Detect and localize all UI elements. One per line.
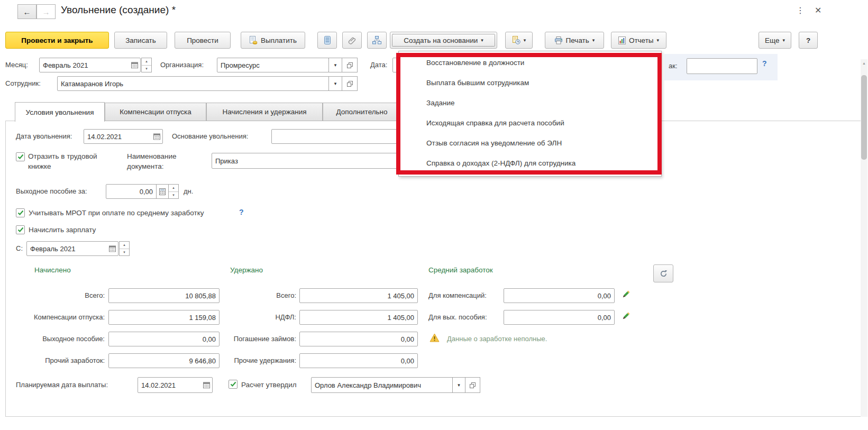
arrow-left-icon: ←: [23, 7, 31, 16]
edit-pencil-icon[interactable]: [621, 290, 631, 301]
step-down-icon[interactable]: ▾: [169, 192, 178, 199]
vertical-scrollbar[interactable]: ▲: [861, 59, 867, 417]
vacation-compensation-input[interactable]: 1 159,08: [108, 310, 220, 325]
employee-input[interactable]: Катамаранов Игорь: [57, 76, 329, 91]
from-month-stepper[interactable]: ▴ ▾: [119, 241, 130, 256]
reports-button[interactable]: Отчеты ▾: [611, 32, 666, 49]
accrue-salary-checkbox[interactable]: [16, 225, 25, 234]
menu-item-reinstatement[interactable]: Восстановление в должности: [399, 52, 661, 72]
menu-item-2ndfl-certificate[interactable]: Справка о доходах (2-НДФЛ) для сотрудник…: [399, 153, 661, 173]
print-button[interactable]: Печать ▾: [545, 32, 604, 49]
pay-button[interactable]: Выплатить: [241, 32, 305, 49]
calendar-icon[interactable]: [109, 245, 116, 252]
severance-stepper[interactable]: ▴ ▾: [168, 184, 179, 199]
tab-label: Начисления и удержания: [222, 108, 306, 116]
tab-vacation-compensation[interactable]: Компенсации отпуска: [105, 103, 206, 121]
open-in-form-icon: [470, 382, 476, 388]
from-month-value: Февраль 2021: [30, 245, 75, 253]
mrot-checkbox[interactable]: [16, 208, 25, 217]
step-down-icon[interactable]: ▾: [142, 66, 151, 72]
menu-item-outgoing-certificate[interactable]: Исходящая справка для расчета пособий: [399, 113, 661, 133]
value: 0,00: [401, 357, 414, 365]
calculation-approved-label[interactable]: Расчет утвердил: [241, 381, 297, 389]
menu-item-payment-former-employees[interactable]: Выплата бывшим сотрудникам: [399, 72, 661, 93]
employee-dropdown-button[interactable]: ▾: [328, 76, 342, 91]
scrollbar-thumb[interactable]: [861, 75, 867, 160]
step-up-icon[interactable]: ▴: [142, 58, 151, 66]
edit-pencil-icon[interactable]: [621, 312, 631, 323]
calculation-approved-checkbox[interactable]: [229, 380, 237, 389]
organization-dropdown-button[interactable]: ▾: [328, 58, 342, 72]
step-down-icon[interactable]: ▾: [120, 249, 129, 256]
average-for-severance-input[interactable]: 0,00: [504, 310, 615, 325]
tab-dismissal-conditions[interactable]: Условия увольнения: [15, 102, 105, 122]
corner-field-input[interactable]: [687, 58, 757, 74]
help-label: ?: [806, 36, 810, 44]
step-up-icon[interactable]: ▴: [120, 242, 129, 249]
mrot-help-link[interactable]: ?: [239, 208, 244, 216]
accrued-total-input[interactable]: 10 805,88: [108, 288, 220, 303]
attachments-button[interactable]: [342, 32, 362, 49]
structure-button[interactable]: [367, 32, 387, 49]
severance-pay-input[interactable]: 0,00: [108, 332, 220, 346]
planned-payment-date-input[interactable]: 14.02.2021: [138, 377, 213, 393]
nav-forward-button[interactable]: →: [36, 4, 56, 19]
employee-label: Сотрудник:: [5, 79, 41, 88]
loan-repayment-input[interactable]: 0,00: [299, 332, 418, 346]
calendar-icon[interactable]: [131, 62, 138, 69]
withheld-section-title: Удержано: [230, 266, 263, 274]
approved-by-open-button[interactable]: [465, 377, 480, 393]
employee-open-button[interactable]: [342, 76, 358, 91]
window-menu-dots-icon[interactable]: ⋮: [796, 5, 805, 15]
dismissal-date-input[interactable]: 14.02.2021: [84, 129, 163, 144]
severance-calculator-button[interactable]: [156, 184, 169, 199]
approved-by-input[interactable]: Орлов Александр Владимирович: [311, 377, 453, 393]
from-month-input[interactable]: Февраль 2021: [26, 241, 118, 256]
tab-accruals-deductions[interactable]: Начисления и удержания: [206, 103, 323, 121]
organization-open-button[interactable]: [342, 58, 358, 72]
window-close-icon[interactable]: ✕: [815, 5, 821, 15]
organization-label: Организация:: [160, 61, 204, 69]
menu-item-eln-consent-withdrawal[interactable]: Отзыв согласия на уведомление об ЭЛН: [399, 133, 661, 153]
post-button[interactable]: Провести: [175, 32, 231, 49]
workbook-checkbox-label[interactable]: Отразить в трудовой книжке: [28, 151, 115, 171]
create-based-on-button[interactable]: Создать на основании ▾: [390, 32, 497, 49]
calendar-icon[interactable]: [153, 133, 160, 140]
month-stepper[interactable]: ▴ ▾: [141, 58, 152, 72]
ndfl-input[interactable]: 1 405,00: [299, 310, 418, 325]
workbook-checkbox[interactable]: [16, 152, 25, 161]
accrue-salary-checkbox-label[interactable]: Начислить зарплату: [29, 226, 96, 234]
journal-button[interactable]: [317, 32, 337, 49]
scroll-up-icon[interactable]: ▲: [861, 59, 867, 67]
dismissal-date-value: 14.02.2021: [87, 133, 122, 141]
severance-input[interactable]: 0,00: [106, 184, 157, 199]
doc-name-value: Приказ: [215, 157, 238, 165]
corner-help-link[interactable]: ?: [762, 59, 767, 68]
other-earnings-input[interactable]: 9 646,80: [108, 353, 220, 368]
post-and-close-button[interactable]: Провести и закрыть: [5, 32, 109, 49]
nav-back-button[interactable]: ←: [17, 4, 36, 19]
calendar-icon[interactable]: [203, 382, 210, 389]
approved-by-dropdown-button[interactable]: ▾: [452, 377, 465, 393]
help-button[interactable]: ?: [799, 32, 818, 49]
menu-item-task[interactable]: Задание: [399, 93, 661, 113]
more-button[interactable]: Еще ▾: [759, 32, 791, 49]
document-history-button[interactable]: ▾: [505, 32, 533, 49]
average-for-compensation-input[interactable]: 0,00: [504, 288, 615, 303]
planned-payment-date-value: 14.02.2021: [141, 381, 176, 389]
pay-label: Выплатить: [261, 36, 297, 44]
tab-additional[interactable]: Дополнительно: [323, 103, 401, 121]
severance-unit-label: дн.: [184, 187, 193, 196]
tab-label: Компенсации отпуска: [120, 108, 191, 116]
calculator-icon: [159, 188, 166, 195]
corner-field-label: ак:: [669, 62, 678, 70]
other-deductions-input[interactable]: 0,00: [299, 353, 418, 368]
withheld-total-input[interactable]: 1 405,00: [299, 288, 418, 303]
organization-input[interactable]: Промресурс: [217, 58, 329, 72]
month-input[interactable]: Февраль 2021: [39, 58, 141, 72]
save-button[interactable]: Записать: [114, 32, 167, 49]
step-up-icon[interactable]: ▴: [169, 185, 178, 192]
refresh-button[interactable]: [653, 264, 673, 282]
mrot-checkbox-label[interactable]: Учитывать МРОТ при оплате по среднему за…: [29, 209, 204, 217]
doc-name-label: Наименование документа:: [127, 151, 209, 171]
